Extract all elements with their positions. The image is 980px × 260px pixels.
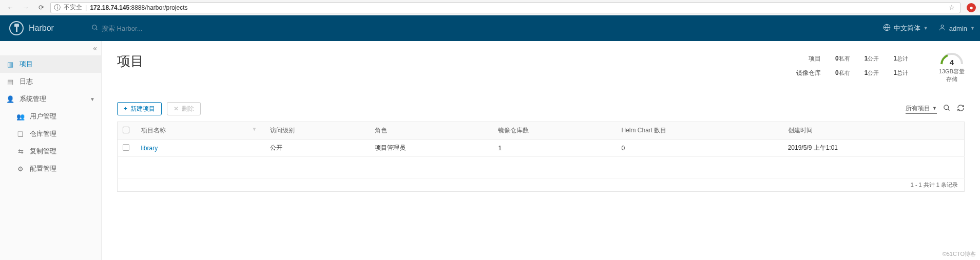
cell-role: 项目管理员 bbox=[370, 139, 493, 157]
extension-icon[interactable]: ● bbox=[967, 3, 976, 12]
sidebar-item-logs[interactable]: ▤ 日志 bbox=[0, 73, 101, 90]
chevron-down-icon: ▼ bbox=[970, 26, 975, 31]
svg-line-1 bbox=[96, 28, 98, 30]
sidebar-item-repo-mgmt[interactable]: ❏ 仓库管理 bbox=[10, 125, 101, 143]
watermark: ©51CTO博客 bbox=[943, 250, 976, 258]
svg-point-0 bbox=[92, 25, 97, 29]
projects-table: 项目名称▼ 访问级别 角色 镜像仓库数 Helm Chart 数目 创建时间 l… bbox=[117, 122, 965, 178]
global-search[interactable] bbox=[91, 24, 307, 33]
app-name: Harbor bbox=[29, 24, 54, 33]
stats-repo-total: 1总计 bbox=[893, 69, 908, 77]
stats-repo-public: 1公开 bbox=[864, 69, 879, 77]
plus-icon: + bbox=[124, 105, 127, 112]
sidebar-item-user-mgmt[interactable]: 👥 用户管理 bbox=[10, 108, 101, 125]
sidebar-collapse-button[interactable]: « bbox=[93, 44, 97, 52]
harbor-logo-icon bbox=[9, 21, 24, 35]
user-icon bbox=[938, 24, 946, 33]
svg-point-4 bbox=[944, 105, 949, 110]
bookmark-icon[interactable]: ☆ bbox=[949, 4, 957, 11]
user-menu[interactable]: admin ▼ bbox=[938, 24, 975, 33]
project-name-link[interactable]: library bbox=[141, 145, 158, 152]
toolbar: + 新建项目 ✕ 删除 所有项目 ▼ bbox=[117, 102, 965, 115]
browser-toolbar: ← → ⟳ ⓘ 不安全 | 172.18.74.145:8888/harbor/… bbox=[0, 0, 980, 15]
stats-repo-private: 0私有 bbox=[835, 69, 850, 77]
stats-repos-label: 镜像仓库 bbox=[796, 69, 821, 77]
col-repo-count[interactable]: 镜像仓库数 bbox=[493, 122, 616, 139]
forward-button[interactable]: → bbox=[20, 2, 32, 14]
address-bar[interactable]: ⓘ 不安全 | 172.18.74.145:8888/harbor/projec… bbox=[50, 2, 960, 13]
search-icon bbox=[91, 24, 99, 33]
sidebar-item-admin[interactable]: 👤 系统管理 ▼ bbox=[0, 90, 101, 108]
url-text: 172.18.74.145:8888/harbor/projects bbox=[90, 4, 946, 11]
stats-total: 1总计 bbox=[893, 55, 908, 63]
sidebar-item-replication[interactable]: ⇆ 复制管理 bbox=[10, 143, 101, 160]
replication-icon: ⇆ bbox=[16, 148, 25, 155]
gear-icon: ⚙ bbox=[16, 165, 25, 173]
col-role[interactable]: 角色 bbox=[370, 122, 493, 139]
select-all-checkbox[interactable] bbox=[123, 127, 129, 133]
search-icon[interactable] bbox=[943, 104, 951, 113]
security-label: 不安全 bbox=[64, 3, 82, 12]
delete-button: ✕ 删除 bbox=[167, 102, 201, 115]
project-filter-select[interactable]: 所有项目 ▼ bbox=[906, 104, 937, 114]
svg-line-5 bbox=[948, 109, 949, 110]
cell-repo-count: 1 bbox=[493, 139, 616, 157]
reload-button[interactable]: ⟳ bbox=[35, 2, 47, 14]
chevron-down-icon: ▼ bbox=[90, 96, 95, 102]
cell-created: 2019/5/9 上午1:01 bbox=[783, 139, 965, 157]
brand[interactable]: Harbor bbox=[9, 21, 91, 35]
col-access[interactable]: 访问级别 bbox=[265, 122, 370, 139]
info-icon: ⓘ bbox=[54, 3, 61, 12]
cell-chart-count: 0 bbox=[616, 139, 782, 157]
chevron-down-icon: ▼ bbox=[932, 106, 937, 111]
chevron-down-icon: ▼ bbox=[924, 26, 928, 31]
new-project-button[interactable]: + 新建项目 bbox=[117, 102, 162, 115]
app-header: Harbor 中文简体 ▼ admin ▼ bbox=[0, 15, 980, 41]
sidebar-item-projects[interactable]: ▥ 项目 bbox=[0, 55, 101, 73]
stats-block: 项目 0私有 1公开 1总计 镜像仓库 0私有 1公开 1总计 bbox=[796, 54, 908, 83]
stats-private: 0私有 bbox=[835, 55, 850, 63]
storage-gauge-icon: 4 bbox=[939, 51, 965, 66]
col-created[interactable]: 创建时间 bbox=[783, 122, 965, 139]
sidebar: « ▥ 项目 ▤ 日志 👤 系统管理 ▼ 👥 用户管理 ❏ 仓库管理 ⇆ bbox=[0, 41, 102, 260]
col-name[interactable]: 项目名称▼ bbox=[136, 122, 265, 139]
stats-projects-label: 项目 bbox=[809, 54, 821, 63]
storage-widget: 4 13GB容量 存储 bbox=[939, 51, 965, 83]
main-content: 项目 项目 0私有 1公开 1总计 镜像仓库 0私有 1公开 1总计 4 13G… bbox=[102, 41, 980, 260]
projects-icon: ▥ bbox=[6, 61, 14, 68]
filter-icon[interactable]: ▼ bbox=[252, 126, 260, 132]
back-button[interactable]: ← bbox=[4, 2, 16, 14]
refresh-icon[interactable] bbox=[957, 104, 965, 113]
repo-icon: ❏ bbox=[16, 130, 25, 138]
stats-public: 1公开 bbox=[864, 55, 879, 63]
admin-icon: 👤 bbox=[6, 95, 14, 103]
globe-icon bbox=[883, 24, 891, 33]
search-input[interactable] bbox=[102, 25, 256, 32]
logs-icon: ▤ bbox=[6, 78, 14, 86]
users-icon: 👥 bbox=[16, 113, 25, 121]
x-icon: ✕ bbox=[174, 105, 179, 112]
table-row[interactable]: library 公开 项目管理员 1 0 2019/5/9 上午1:01 bbox=[118, 139, 965, 157]
table-header-row: 项目名称▼ 访问级别 角色 镜像仓库数 Helm Chart 数目 创建时间 bbox=[118, 122, 965, 139]
cell-access: 公开 bbox=[265, 139, 370, 157]
table-footer: 1 - 1 共计 1 条记录 bbox=[117, 178, 965, 192]
col-chart-count[interactable]: Helm Chart 数目 bbox=[616, 122, 782, 139]
language-selector[interactable]: 中文简体 ▼ bbox=[883, 24, 928, 33]
sidebar-item-config[interactable]: ⚙ 配置管理 bbox=[10, 160, 101, 177]
svg-point-3 bbox=[941, 25, 944, 28]
row-checkbox[interactable] bbox=[123, 144, 129, 151]
